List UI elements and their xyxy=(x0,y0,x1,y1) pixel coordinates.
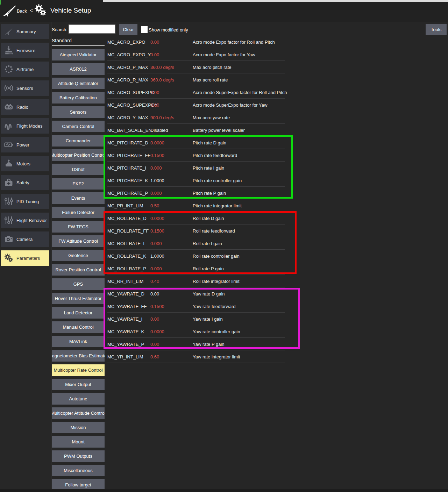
group-button[interactable]: Rover Position Control xyxy=(52,264,105,276)
param-row[interactable]: MC_RR_INT_LIM0.40Roll rate integrator li… xyxy=(105,275,285,287)
param-row[interactable]: MC_ROLLRATE_D0.0000Roll rate D gain xyxy=(105,212,285,224)
group-button[interactable]: Land Detector xyxy=(52,307,105,319)
param-row[interactable]: MC_ROLLRATE_FF0.1500Roll rate feedforwar… xyxy=(105,224,285,237)
param-row[interactable]: MC_ROLLRATE_K1.0000Roll rate controller … xyxy=(105,250,285,262)
param-row[interactable]: MC_PITCHRATE_FF0.1500Pitch rate feedforw… xyxy=(105,149,285,162)
param-row[interactable]: MC_PR_INT_LIM0.50Pitch rate integrator l… xyxy=(105,199,285,212)
sidebar-item-power[interactable]: Power xyxy=(1,137,49,152)
param-name: MC_ACRO_EXPO xyxy=(107,40,145,45)
param-row[interactable]: MC_PITCHRATE_D0.0000Pitch rate D gain xyxy=(105,136,285,149)
group-button[interactable]: Airspeed Validator xyxy=(52,49,105,60)
sidebar-item-camera[interactable]: Camera xyxy=(1,231,49,247)
group-button[interactable]: FW TECS xyxy=(52,221,105,233)
param-row[interactable]: MC_ACRO_R_MAX360.0 deg/sMax acro roll ra… xyxy=(105,73,285,86)
param-row[interactable]: MC_ROLLRATE_P0.000Roll rate P gain xyxy=(105,262,285,275)
group-button[interactable]: Hover Thrust Estimator xyxy=(52,293,105,304)
group-button[interactable]: Commander xyxy=(52,135,105,147)
group-button[interactable]: MAVLink xyxy=(52,336,105,347)
param-row[interactable]: MC_YAWRATE_K0.0000Yaw rate controller ga… xyxy=(105,325,285,338)
group-button[interactable]: FW Attitude Control xyxy=(52,235,105,247)
param-row[interactable]: MC_ACRO_SUPEXPO0.00Acro mode SuperExpo f… xyxy=(105,86,285,99)
sidebar-item-firmware[interactable]: Firmware xyxy=(1,43,49,58)
param-row[interactable]: MC_YAWRATE_D0.00Yaw rate D gain xyxy=(105,287,285,300)
param-row[interactable]: MC_ACRO_SUPEXPOY0.00Acro mode SuperExpo … xyxy=(105,99,285,111)
sidebar-item-airframe[interactable]: Airframe xyxy=(1,62,49,77)
search-input[interactable] xyxy=(69,24,115,34)
group-button[interactable]: ASR012 xyxy=(52,63,105,75)
group-button-multicopter-rate-control[interactable]: Multicopter Rate Control xyxy=(52,364,105,376)
param-name: MC_PITCHRATE_FF xyxy=(107,153,150,158)
param-row[interactable]: MC_ACRO_Y_MAX900.0 deg/sMax acro yaw rat… xyxy=(105,111,285,124)
group-button[interactable]: Battery Calibration xyxy=(52,92,105,104)
sidebar-item-label: Power xyxy=(16,142,29,148)
sidebar-item-parameters[interactable]: Parameters xyxy=(1,250,49,266)
param-row[interactable]: MC_PITCHRATE_I0.000Pitch rate I gain xyxy=(105,162,285,174)
sidebar-item-summary[interactable]: Summary xyxy=(1,24,49,39)
clear-button[interactable]: Clear xyxy=(119,24,137,35)
sidebar-item-motors[interactable]: Motors xyxy=(1,156,49,171)
group-button[interactable]: Autotune xyxy=(52,393,105,405)
param-row[interactable]: MC_PITCHRATE_K1.0000Pitch rate controlle… xyxy=(105,174,285,187)
param-name: MC_ACRO_P_MAX xyxy=(107,65,148,70)
sidebar-item-pid-tuning[interactable]: PID Tuning xyxy=(1,194,49,209)
group-button[interactable]: Miscellaneous xyxy=(52,465,105,476)
param-value: 360.0 deg/s xyxy=(150,77,174,83)
param-row[interactable]: MC_YR_INT_LIM0.60Yaw rate integrator lim… xyxy=(105,350,285,363)
group-button[interactable]: Manual Control xyxy=(52,321,105,333)
sidebar-item-label: Radio xyxy=(16,105,28,110)
param-value: 0.000 xyxy=(150,191,162,196)
param-row[interactable]: MC_BAT_SCALE_ENDisabledBattery power lev… xyxy=(105,124,285,136)
sidebar-item-safety[interactable]: Safety xyxy=(1,175,49,190)
param-description: Yaw rate D gain xyxy=(193,291,225,297)
param-value: 0.0000 xyxy=(150,329,164,334)
sidebar-item-radio[interactable]: Radio xyxy=(1,99,49,115)
param-row[interactable]: MC_ACRO_P_MAX360.0 deg/sMax acro pitch r… xyxy=(105,61,285,73)
param-row[interactable]: MC_YAWRATE_I0.00Yaw rate I gain xyxy=(105,313,285,325)
group-button[interactable]: EKF2 xyxy=(52,178,105,190)
sliders-icon xyxy=(1,215,16,225)
param-value: 1.0000 xyxy=(150,254,164,259)
group-button[interactable]: Camera Control xyxy=(52,121,105,132)
param-value: 0.000 xyxy=(150,266,162,271)
sidebar-item-label: Flight Behavior xyxy=(16,218,47,223)
param-name: MC_YAWRATE_FF xyxy=(107,304,147,309)
setup-sidebar: Summary Firmware Airframe Sensors xyxy=(0,22,51,489)
sidebar-item-flight-behavior[interactable]: Flight Behavior xyxy=(1,213,49,228)
group-button[interactable]: Mount xyxy=(52,436,105,448)
group-button[interactable]: Geofence xyxy=(52,250,105,261)
show-modified-checkbox[interactable] xyxy=(141,26,148,33)
param-description: Acro mode Expo factor for Roll and Pitch xyxy=(193,40,275,45)
param-name: MC_YAWRATE_P xyxy=(107,342,144,347)
group-button[interactable]: Magnetometer Bias Estimator xyxy=(52,350,105,362)
param-value: 1.0000 xyxy=(150,178,164,183)
group-button[interactable]: Multicopter Position Control xyxy=(52,149,105,161)
param-row[interactable]: MC_ACRO_EXPO_Y0.00Acro mode Expo factor … xyxy=(105,48,285,61)
param-description: Acro mode SuperExpo factor for Yaw xyxy=(193,102,267,108)
param-row[interactable]: MC_YAWRATE_P0.00Yaw rate P gain xyxy=(105,338,285,350)
param-row[interactable]: MC_YAWRATE_FF0.1500Yaw rate feedforward xyxy=(105,300,285,313)
sidebar-item-label: Airframe xyxy=(16,67,34,72)
param-description: Yaw rate feedforward xyxy=(193,304,236,309)
param-description: Yaw rate I gain xyxy=(193,316,223,322)
group-button[interactable]: DShot xyxy=(52,164,105,175)
sidebar-item-label: Parameters xyxy=(16,256,40,261)
tools-button[interactable]: Tools xyxy=(426,24,447,35)
param-name: MC_RR_INT_LIM xyxy=(107,279,143,284)
group-button[interactable]: Attitude Q estimator xyxy=(52,78,105,89)
sidebar-item-sensors[interactable]: Sensors xyxy=(1,80,49,96)
group-button[interactable]: Mixer Output xyxy=(52,379,105,390)
param-row[interactable]: MC_ROLLRATE_I0.000Roll rate I gain xyxy=(105,237,285,250)
param-row[interactable]: MC_ACRO_EXPO0.00Acro mode Expo factor fo… xyxy=(105,36,285,48)
group-button[interactable]: Multicopter Attitude Control xyxy=(52,407,105,419)
group-button[interactable]: Failure Detector xyxy=(52,207,105,218)
group-button[interactable]: Sensors xyxy=(52,106,105,118)
group-button[interactable]: PWM Outputs xyxy=(52,450,105,462)
gears-icon xyxy=(1,253,16,263)
back-button[interactable]: Back xyxy=(17,8,27,14)
param-description: Max acro roll rate xyxy=(193,77,228,83)
group-button[interactable]: GPS xyxy=(52,278,105,290)
group-button[interactable]: Mission xyxy=(52,422,105,433)
sidebar-item-flight-modes[interactable]: Flight Modes xyxy=(1,118,49,134)
param-row[interactable]: MC_PITCHRATE_P0.000Pitch rate P gain xyxy=(105,187,285,199)
group-button[interactable]: Events xyxy=(52,192,105,204)
